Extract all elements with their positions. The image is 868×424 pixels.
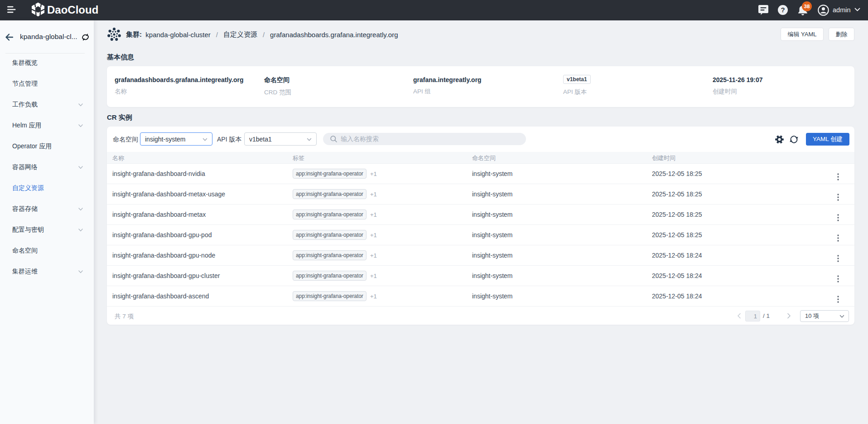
svg-text:?: ? [781,6,785,14]
